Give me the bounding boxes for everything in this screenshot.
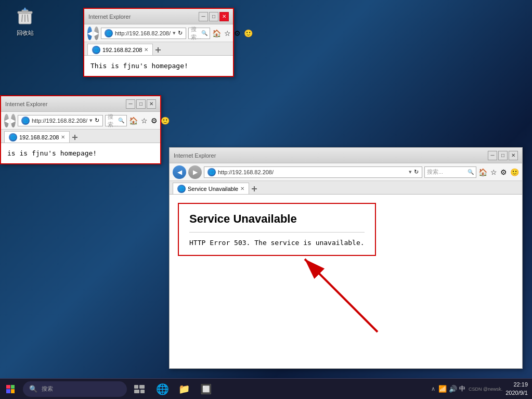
- svg-rect-11: [254, 186, 255, 191]
- settings-icon-3[interactable]: ⚙: [500, 168, 507, 176]
- maximize-btn-3[interactable]: □: [498, 151, 508, 160]
- address-bar-1[interactable]: 🌐 http://192.168.82.208/ ▾ ↻: [101, 28, 186, 39]
- forward-btn-2[interactable]: ▶: [11, 114, 16, 127]
- tab-ie-icon-3: 🌐: [177, 185, 186, 193]
- settings-icon-1[interactable]: ⚙: [234, 29, 241, 37]
- taskbar-search-placeholder: 搜索: [42, 385, 53, 393]
- search-bar-3[interactable]: 搜索... 🔍: [424, 166, 476, 178]
- browser-window-3: Internet Explorer ─ □ ✕ ◀ ▶ 🌐 http://192…: [169, 147, 523, 369]
- tab-ie-icon-2: 🌐: [9, 133, 17, 141]
- red-arrow-svg: [274, 233, 440, 337]
- toolbar-icons-1: 🏠 ☆ ⚙ 🙂: [212, 29, 253, 37]
- new-tab-btn-2[interactable]: [70, 132, 80, 143]
- svg-rect-14: [134, 385, 138, 389]
- refresh-icon-2[interactable]: ▾: [89, 117, 93, 124]
- taskbar-extra-button[interactable]: 🔲: [196, 379, 216, 400]
- address-bar-2[interactable]: 🌐 http://192.168.82.208/ ▾ ↻: [18, 115, 103, 126]
- homepage-text-1: This is fjnu's homepage!: [90, 62, 188, 70]
- forward-btn-1[interactable]: ▶: [94, 27, 99, 40]
- taskbar-items: 🌐 📁 🔲: [150, 379, 218, 400]
- tab-3[interactable]: 🌐 Service Unavailable ✕: [173, 183, 249, 194]
- taskbar-ie-button[interactable]: 🌐: [152, 379, 173, 400]
- tab-2[interactable]: 🌐 192.168.82.208 ✕: [4, 131, 70, 143]
- favorites-icon-3[interactable]: ☆: [490, 168, 497, 176]
- ie-icon-1: 🌐: [105, 29, 113, 37]
- back-btn-1[interactable]: ◀: [87, 27, 92, 40]
- annotation-area: [170, 264, 522, 368]
- tab-close-3[interactable]: ✕: [240, 186, 244, 191]
- toolbar-icons-3: 🏠 ☆ ⚙ 🙂: [478, 168, 519, 176]
- tab-1[interactable]: 🌐 192.168.82.208 ✕: [87, 44, 153, 55]
- reload-icon-2[interactable]: ↻: [95, 117, 99, 124]
- url-text-1: http://192.168.82.208/: [115, 30, 171, 36]
- new-tab-btn-1[interactable]: [153, 45, 163, 55]
- minimize-btn-2[interactable]: ─: [126, 99, 135, 109]
- emoji-icon-2: 🙂: [161, 117, 170, 125]
- svg-rect-17: [140, 390, 145, 393]
- maximize-btn-1[interactable]: □: [209, 12, 218, 21]
- title-bar-left-3: Internet Explorer: [174, 152, 216, 159]
- maximize-btn-2[interactable]: □: [136, 99, 146, 109]
- minimize-btn-3[interactable]: ─: [488, 151, 497, 160]
- url-text-3: http://192.168.82.208/: [218, 169, 407, 175]
- back-btn-3[interactable]: ◀: [173, 165, 186, 179]
- title-bar-left-2: Internet Explorer: [5, 101, 47, 107]
- settings-icon-2[interactable]: ⚙: [151, 117, 158, 125]
- clock-date: 2020/9/1: [505, 389, 528, 397]
- close-btn-1[interactable]: ✕: [219, 12, 229, 21]
- svg-rect-16: [134, 390, 139, 393]
- back-btn-2[interactable]: ◀: [4, 114, 9, 127]
- clock-time: 22:19: [505, 381, 528, 389]
- favorites-icon-1[interactable]: ☆: [224, 29, 231, 37]
- task-view-button[interactable]: [129, 379, 150, 400]
- clock[interactable]: 22:19 2020/9/1: [505, 381, 528, 397]
- refresh-icon-3[interactable]: ▾: [409, 169, 412, 175]
- start-button[interactable]: [0, 379, 21, 400]
- close-btn-2[interactable]: ✕: [147, 99, 156, 109]
- tab-bar-3: 🌐 Service Unavailable ✕: [170, 181, 522, 195]
- search-placeholder-3: 搜索...: [427, 168, 443, 176]
- desktop: 回收站 Internet Explorer ─ □ ✕ ◀ ▶ 🌐 http:/…: [0, 0, 532, 399]
- reload-icon-3[interactable]: ↻: [414, 169, 419, 175]
- forward-btn-3[interactable]: ▶: [188, 165, 202, 179]
- emoji-icon-1: 🙂: [244, 29, 253, 37]
- tab-label-3: Service Unavailable: [188, 186, 238, 192]
- taskbar-explorer-icon: 📁: [178, 383, 190, 395]
- recycle-bin-icon[interactable]: 回收站: [9, 6, 41, 37]
- task-view-icon: [134, 385, 145, 393]
- favorites-icon-2[interactable]: ☆: [141, 117, 148, 125]
- home-icon-2[interactable]: 🏠: [129, 117, 138, 125]
- svg-rect-9: [74, 135, 75, 140]
- address-bar-3[interactable]: 🌐 http://192.168.82.208/ ▾ ↻: [204, 166, 422, 178]
- title-bar-2: Internet Explorer ─ □ ✕: [1, 96, 160, 112]
- ime-icon[interactable]: 中: [459, 384, 465, 393]
- new-tab-btn-3[interactable]: [249, 184, 259, 194]
- taskbar-search[interactable]: 🔍 搜索: [23, 381, 127, 397]
- browser-window-2: Internet Explorer ─ □ ✕ ◀ ▶ 🌐 http://192…: [0, 95, 161, 164]
- page-content-1: This is fjnu's homepage!: [84, 56, 233, 76]
- reload-icon-1[interactable]: ↻: [178, 30, 183, 36]
- refresh-icon-1[interactable]: ▾: [173, 30, 176, 36]
- taskbar-explorer-button[interactable]: 📁: [174, 379, 194, 400]
- page-content-2: is is fjnu's homepage!: [1, 143, 160, 163]
- search-bar-2[interactable]: 搜索... 🔍: [105, 115, 127, 126]
- tab-bar-1: 🌐 192.168.82.208 ✕: [84, 42, 233, 56]
- tab-close-1[interactable]: ✕: [144, 47, 148, 53]
- tray-show-hidden[interactable]: ∧: [431, 385, 435, 392]
- close-btn-3[interactable]: ✕: [509, 151, 518, 160]
- svg-line-13: [305, 259, 378, 332]
- svg-line-3: [22, 15, 22, 22]
- home-icon-1[interactable]: 🏠: [212, 29, 221, 37]
- tab-close-2[interactable]: ✕: [61, 134, 65, 140]
- home-icon-3[interactable]: 🏠: [478, 168, 487, 176]
- search-icon-2: 🔍: [118, 118, 124, 123]
- window-title-1: Internet Explorer: [88, 14, 131, 20]
- svg-rect-15: [139, 385, 145, 389]
- ie-icon-3: 🌐: [207, 168, 216, 176]
- emoji-icon-3: 🙂: [510, 168, 519, 176]
- toolbar-2: ◀ ▶ 🌐 http://192.168.82.208/ ▾ ↻ 搜索... 🔍…: [1, 112, 160, 130]
- toolbar-3: ◀ ▶ 🌐 http://192.168.82.208/ ▾ ↻ 搜索... 🔍…: [170, 163, 522, 181]
- search-bar-1[interactable]: 搜索... 🔍: [188, 28, 210, 39]
- window-controls-3: ─ □ ✕: [488, 151, 518, 160]
- minimize-btn-1[interactable]: ─: [199, 12, 208, 21]
